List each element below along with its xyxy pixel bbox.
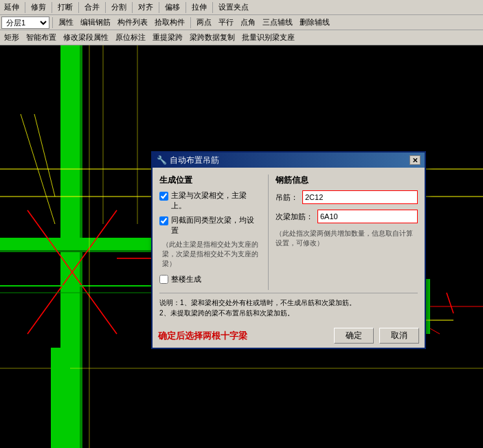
layer-selector[interactable]: 分层1 [1, 16, 49, 29]
btn-copy-span-data[interactable]: 梁跨数据复制 [187, 32, 238, 43]
sep [52, 2, 52, 13]
btn-trim[interactable]: 修剪 [28, 1, 49, 13]
btn-properties[interactable]: 属性 [56, 16, 76, 28]
toolbar-row-3: 矩形 智能布置 修改梁段属性 原位标注 重提梁跨 梁跨数据复制 批量识别梁支座 [0, 30, 483, 45]
btn-smart-layout[interactable]: 智能布置 [23, 32, 59, 43]
dialog-close-button[interactable]: ✕ [409, 155, 420, 165]
description-line2: 2、未提取梁跨的梁不布置吊筋和次梁加筋。 [159, 309, 294, 317]
sep [78, 2, 79, 13]
cancel-button[interactable]: 取消 [379, 328, 419, 344]
sep [190, 17, 191, 28]
sep [52, 17, 53, 28]
dialog-columns: 生成位置 主梁与次梁相交，主梁上。 同截面同类型次梁，均设置 （此处主梁是指相交… [159, 175, 418, 290]
btn-parallel[interactable]: 平行 [216, 16, 236, 28]
sep [186, 2, 186, 13]
btn-component-list[interactable]: 构件列表 [115, 16, 150, 28]
sep [212, 2, 213, 13]
checkbox-whole-floor-label: 整楼生成 [171, 274, 201, 284]
dialog-title-text: 🔧 自动布置吊筋 [157, 155, 219, 166]
dialog-body: 生成位置 主梁与次梁相交，主梁上。 同截面同类型次梁，均设置 （此处主梁是指相交… [153, 168, 425, 325]
toolbar-area: 延伸 修剪 打断 合并 分割 对齐 偏移 拉伸 设置夹点 分层1 属性 编辑钢筋… [0, 0, 483, 46]
footer-left: 确定后选择两根十字梁 [158, 330, 334, 342]
sep [132, 2, 133, 13]
checkbox-main-beam-label: 主梁与次梁相交，主梁上。 [171, 190, 261, 211]
btn-grip-settings[interactable]: 设置夹点 [216, 1, 251, 13]
description-line1: 说明：1、梁和梁相交处外有柱或墙时，不生成吊筋和次梁加筋。 [159, 299, 356, 306]
secondary-rebar-row: 次梁加筋： [276, 210, 418, 223]
btn-break[interactable]: 打断 [55, 1, 76, 13]
checkbox-whole-floor[interactable] [159, 275, 168, 284]
ok-button[interactable]: 确定 [334, 328, 374, 344]
btn-original-note[interactable]: 原位标注 [113, 32, 148, 43]
toolbar-row-1: 延伸 修剪 打断 合并 分割 对齐 偏移 拉伸 设置夹点 [0, 0, 483, 15]
btn-merge[interactable]: 合并 [82, 1, 102, 13]
sep [159, 2, 159, 13]
dialog-right-section: 钢筋信息 吊筋： 次梁加筋： （此处指次梁两侧共增加数量，信息取自计算设置，可修… [268, 175, 418, 290]
btn-rectangle[interactable]: 矩形 [1, 32, 22, 43]
checkbox-row-1: 主梁与次梁相交，主梁上。 [159, 190, 261, 211]
checkbox-main-beam[interactable] [159, 192, 168, 201]
right-note-text: （此处指次梁两侧共增加数量，信息取自计算设置，可修改） [276, 229, 418, 248]
btn-delete-aux[interactable]: 删除辅线 [297, 16, 333, 28]
btn-edit-rebar[interactable]: 编辑钢筋 [78, 16, 113, 28]
checkbox-same-section[interactable] [159, 216, 168, 225]
dialog-footer: 确定后选择两根十字梁 确定 取消 [153, 325, 425, 348]
auto-layout-dialog: 🔧 自动布置吊筋 ✕ 生成位置 主梁与次梁相交，主梁上。 同截面同类型次梁，均设… [151, 151, 426, 349]
btn-stretch[interactable]: 拉伸 [189, 1, 210, 13]
svg-rect-5 [0, 238, 172, 250]
dialog-icon: 🔧 [157, 155, 167, 165]
btn-batch-identify[interactable]: 批量识别梁支座 [239, 32, 297, 43]
secondary-rebar-label: 次梁加筋： [276, 212, 313, 222]
right-section-title: 钢筋信息 [276, 175, 418, 186]
hanger-rebar-label: 吊筋： [276, 192, 298, 203]
hanger-rebar-input[interactable] [302, 190, 418, 204]
footer-buttons: 确定 取消 [334, 328, 419, 344]
btn-re-extract[interactable]: 重提梁跨 [150, 32, 186, 43]
hanger-rebar-row: 吊筋： [276, 190, 418, 204]
svg-rect-6 [0, 250, 172, 252]
note-text-1: （此处主梁是指相交处为支座的梁，次梁是指相交处不为支座的梁） [159, 240, 261, 269]
dialog-titlebar: 🔧 自动布置吊筋 ✕ [153, 153, 425, 168]
btn-modify-beam[interactable]: 修改梁段属性 [60, 32, 111, 43]
btn-offset[interactable]: 偏移 [162, 1, 183, 13]
btn-split[interactable]: 分割 [109, 1, 129, 13]
btn-three-point[interactable]: 三点辅线 [260, 16, 295, 28]
btn-align[interactable]: 对齐 [135, 1, 156, 13]
checkbox-row-2: 同截面同类型次梁，均设置 [159, 215, 261, 236]
sep [25, 2, 25, 13]
btn-extend[interactable]: 延伸 [1, 1, 22, 13]
confirm-instruction-text: 确定后选择两根十字梁 [158, 331, 247, 341]
checkbox-whole-floor-row: 整楼生成 [159, 274, 261, 284]
btn-point-angle[interactable]: 点角 [238, 16, 258, 28]
toolbar-row-2: 分层1 属性 编辑钢筋 构件列表 拾取构件 两点 平行 点角 三点辅线 删除辅线 [0, 15, 483, 30]
secondary-rebar-input[interactable] [317, 210, 418, 223]
checkbox-same-section-label: 同截面同类型次梁，均设置 [171, 215, 261, 236]
btn-pick-component[interactable]: 拾取构件 [152, 16, 188, 28]
description-area: 说明：1、梁和梁相交处外有柱或墙时，不生成吊筋和次梁加筋。 2、未提取梁跨的梁不… [159, 293, 418, 318]
dialog-left-section: 生成位置 主梁与次梁相交，主梁上。 同截面同类型次梁，均设置 （此处主梁是指相交… [159, 175, 261, 290]
svg-rect-15 [426, 279, 430, 334]
left-section-title: 生成位置 [159, 175, 261, 186]
btn-two-point[interactable]: 两点 [194, 16, 214, 28]
sep [105, 2, 106, 13]
